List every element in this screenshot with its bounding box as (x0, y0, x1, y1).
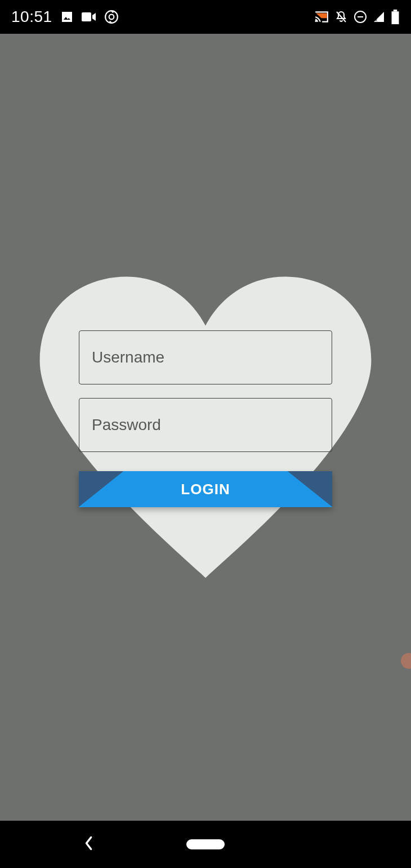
status-time: 10:51 (11, 8, 52, 26)
svg-text:x: x (375, 17, 377, 23)
svg-point-2 (109, 15, 114, 20)
chevron-left-icon (82, 835, 95, 851)
nav-home-pill[interactable] (186, 839, 225, 849)
login-panel: LOGIN (79, 330, 332, 507)
battery-icon (391, 10, 400, 24)
status-bar: 10:51 x (0, 0, 411, 34)
svg-rect-0 (82, 12, 91, 21)
svg-point-1 (105, 11, 118, 23)
login-button[interactable]: LOGIN (79, 471, 332, 507)
username-input[interactable] (79, 330, 332, 384)
cast-icon (314, 11, 329, 23)
auto-rotate-icon (104, 10, 119, 24)
status-left-group: 10:51 (11, 8, 119, 26)
nav-bar (0, 821, 411, 868)
mute-icon (334, 10, 348, 24)
status-right-group: x (314, 10, 400, 24)
svg-rect-9 (392, 11, 399, 24)
image-icon (60, 10, 74, 24)
svg-rect-8 (394, 10, 397, 11)
do-not-disturb-icon (354, 10, 367, 24)
signal-icon: x (373, 11, 385, 23)
password-input[interactable] (79, 398, 332, 452)
nav-back-button[interactable] (82, 835, 95, 853)
svg-point-3 (315, 20, 317, 22)
video-icon (82, 11, 96, 23)
floating-action-dot[interactable] (401, 653, 411, 669)
app-screen: LOGIN (0, 34, 411, 821)
